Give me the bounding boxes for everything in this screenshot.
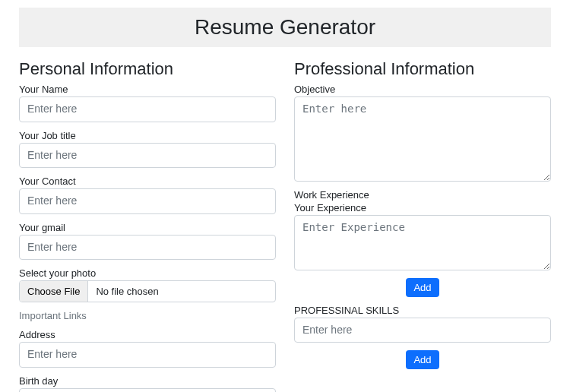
- name-input[interactable]: [19, 96, 276, 122]
- app-container: Resume Generator Personal Information Yo…: [19, 0, 551, 392]
- add-skill-button[interactable]: Add: [406, 350, 439, 369]
- important-links-heading: Important Links: [19, 310, 276, 321]
- contact-input[interactable]: [19, 188, 276, 214]
- experience-label: Your Experience: [294, 202, 551, 213]
- page-header: Resume Generator: [19, 8, 551, 47]
- personal-column: Personal Information Your Name Your Job …: [19, 59, 276, 392]
- skills-input[interactable]: [294, 318, 551, 343]
- contact-label: Your Contact: [19, 175, 276, 187]
- jobtitle-label: Your Job title: [19, 130, 276, 141]
- address-input[interactable]: [19, 342, 276, 368]
- address-label: Address: [19, 329, 276, 340]
- gmail-input[interactable]: [19, 235, 276, 261]
- professional-section-title: Professional Information: [294, 59, 551, 79]
- name-label: Your Name: [19, 84, 276, 95]
- objective-label: Objective: [294, 84, 551, 95]
- gmail-label: Your gmail: [19, 222, 276, 233]
- add-experience-button[interactable]: Add: [406, 278, 439, 297]
- jobtitle-input[interactable]: [19, 143, 276, 169]
- page-title: Resume Generator: [19, 15, 551, 40]
- workexp-heading: Work Experience: [294, 189, 551, 201]
- skills-label: PROFESSINAL SKILLS: [294, 305, 551, 316]
- objective-textarea[interactable]: [294, 96, 551, 182]
- birthday-input[interactable]: [19, 388, 276, 392]
- professional-column: Professional Information Objective Work …: [294, 59, 551, 392]
- photo-file-group[interactable]: Choose File No file chosen: [19, 280, 276, 302]
- choose-file-button[interactable]: Choose File: [20, 281, 88, 302]
- photo-label: Select your photo: [19, 267, 276, 279]
- form-row: Personal Information Your Name Your Job …: [19, 59, 551, 392]
- file-status-text: No file chosen: [88, 281, 166, 302]
- birthday-label: Birth day: [19, 375, 276, 387]
- experience-textarea[interactable]: [294, 215, 551, 270]
- personal-section-title: Personal Information: [19, 59, 276, 79]
